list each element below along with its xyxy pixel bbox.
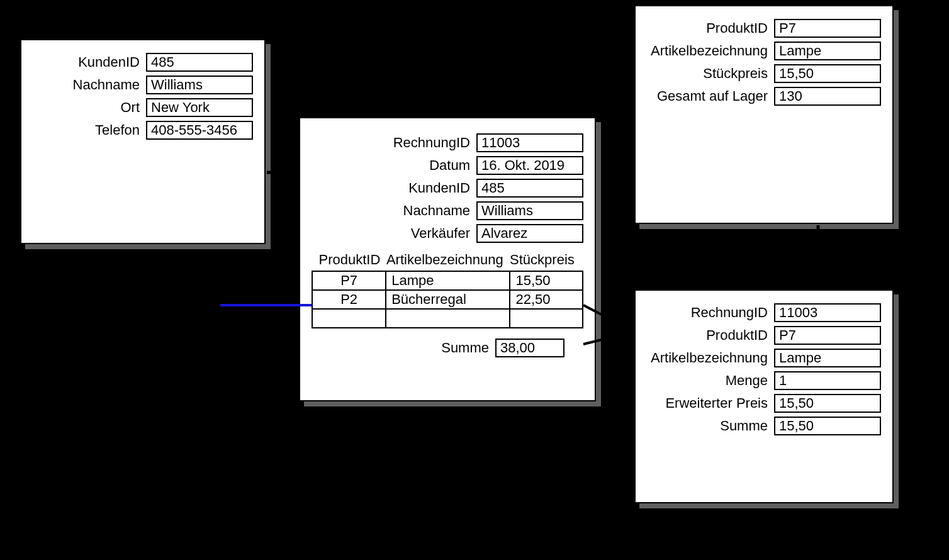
invoices-custid-field[interactable]: 485 (476, 179, 583, 198)
lineitems-prodid-label: ProduktID (706, 327, 768, 344)
portal-cell-price[interactable] (510, 309, 583, 328)
customers-lastname-label: Nachname (73, 77, 140, 93)
invoices-sum-field[interactable]: 38,00 (495, 339, 564, 357)
lineitems-card: RechnungID 11003 ProduktID P7 Artikelbez… (634, 289, 894, 503)
lineitems-invid-field[interactable]: 11003 (774, 303, 881, 322)
products-id-field[interactable]: P7 (774, 19, 881, 38)
invoices-custid-label: KundenID (408, 180, 470, 196)
customers-phone-label: Telefon (95, 122, 140, 138)
invoices-id-label: RechnungID (393, 135, 470, 151)
portal-cell-name[interactable] (386, 309, 510, 328)
portal-cell-prodid[interactable]: P7 (312, 271, 386, 290)
products-stock-field[interactable]: 130 (774, 87, 881, 106)
portal-cell-price[interactable]: 15,50 (510, 271, 583, 290)
lineitems-name-label: Artikelbezeichnung (651, 350, 768, 366)
portal-row[interactable]: P7 Lampe 15,50 (312, 271, 583, 290)
invoices-date-field[interactable]: 16. Okt. 2019 (476, 156, 583, 175)
portal-row[interactable]: P2 Bücherregal 22,50 (312, 290, 583, 309)
invoices-id-field[interactable]: 11003 (476, 133, 583, 152)
lineitems-prodid-field[interactable]: P7 (774, 326, 881, 345)
products-price-label: Stückpreis (703, 65, 768, 82)
lineitems-qty-label: Menge (726, 372, 768, 389)
products-id-label: ProduktID (706, 20, 768, 36)
customers-city-field[interactable]: New York (146, 98, 253, 117)
lineitems-ext-label: Erweiterter Preis (665, 395, 768, 412)
invoices-date-label: Datum (429, 157, 470, 174)
customers-id-field[interactable]: 485 (146, 53, 253, 72)
portal-header-prodid: ProduktID (313, 252, 386, 268)
lineitems-ext-field[interactable]: 15,50 (774, 394, 881, 413)
customers-lastname-field[interactable]: Williams (146, 76, 253, 94)
portal-cell-price[interactable]: 22,50 (510, 290, 583, 309)
customers-id-label: KundenID (78, 54, 140, 70)
portal-row[interactable] (312, 309, 583, 328)
customers-card: KundenID 485 Nachname Williams Ort New Y… (20, 39, 266, 244)
products-card: ProduktID P7 Artikelbezeichnung Lampe St… (634, 5, 894, 224)
invoices-sales-label: Verkäufer (411, 225, 470, 242)
customers-phone-field[interactable]: 408-555-3456 (146, 121, 253, 140)
invoices-portal: ProduktID Artikelbezeichnung Stückpreis … (312, 252, 583, 328)
lineitems-name-field[interactable]: Lampe (774, 349, 881, 367)
portal-cell-prodid[interactable]: P2 (312, 290, 386, 309)
invoices-sales-field[interactable]: Alvarez (476, 224, 583, 243)
invoices-lastname-field[interactable]: Williams (476, 201, 583, 220)
invoices-sum-label: Summe (441, 340, 489, 356)
portal-table: P7 Lampe 15,50 P2 Bücherregal 22,50 (312, 271, 583, 328)
portal-header-price: Stückpreis (510, 252, 582, 268)
invoices-card: RechnungID 11003 Datum 16. Okt. 2019 Kun… (299, 117, 596, 401)
lineitems-sum-label: Summe (720, 418, 768, 434)
portal-cell-name[interactable]: Lampe (386, 271, 510, 290)
portal-header-name: Artikelbezeichnung (386, 252, 510, 268)
portal-cell-prodid[interactable] (312, 309, 386, 328)
products-stock-label: Gesamt auf Lager (657, 88, 768, 104)
lineitems-invid-label: RechnungID (691, 305, 768, 321)
products-price-field[interactable]: 15,50 (774, 64, 881, 83)
lineitems-qty-field[interactable]: 1 (774, 371, 881, 390)
lineitems-sum-field[interactable]: 15,50 (774, 417, 881, 435)
portal-cell-name[interactable]: Bücherregal (386, 290, 510, 309)
products-name-field[interactable]: Lampe (774, 42, 881, 60)
invoices-lastname-label: Nachname (403, 203, 470, 219)
customers-city-label: Ort (120, 99, 140, 116)
products-name-label: Artikelbezeichnung (651, 43, 768, 59)
